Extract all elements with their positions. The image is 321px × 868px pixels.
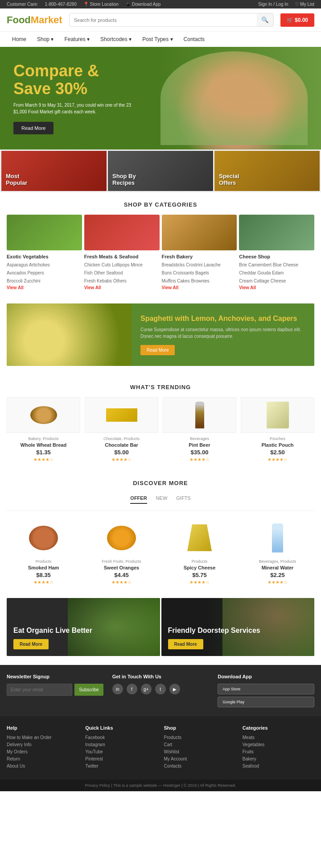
social-icon-twitter[interactable]: t [155, 684, 166, 694]
discover-image-cheese[interactable] [163, 520, 236, 556]
product-category-beer: Beverages [163, 436, 236, 441]
search-button[interactable]: 🔍 [257, 13, 273, 26]
discover-image-oranges[interactable] [85, 520, 158, 556]
nav-features[interactable]: Features ▾ [59, 32, 95, 47]
product-price-chocolate: $5.00 [85, 449, 158, 456]
footer-link-return[interactable]: Return [7, 756, 78, 761]
trending-section-title: WHAT'S TRENDING [0, 375, 321, 397]
discover-price-water: $2.25 [241, 572, 314, 578]
category-item-cheese: Cheese Shop Brie Camembert Blue Cheese C… [239, 215, 314, 290]
tab-new[interactable]: NEW [156, 495, 168, 504]
category-item-bakery: Fresh Bakery Breadsticks Crostrini Lavac… [162, 215, 237, 290]
product-image-bread[interactable] [7, 397, 80, 433]
footer-link-vegetables[interactable]: Vegetables [243, 742, 314, 747]
contact-section: Get in Touch With Us in f g+ t ▶ [112, 674, 209, 694]
logo[interactable]: FoodMarket [7, 14, 62, 26]
footer-link-youtube[interactable]: YouTube [85, 749, 157, 754]
newsletter-subscribe-button[interactable]: Subscribe [74, 684, 103, 696]
footer-link-pinterest[interactable]: Pinterest [85, 756, 157, 761]
category-grid: Exotic Vegetables Asparagus Artichokes A… [0, 215, 321, 299]
discover-category-cheese: Products [163, 559, 236, 564]
discover-image-ham[interactable] [7, 520, 80, 556]
trending-products: Bakery, Products Whole Wheat Bread $1.35… [0, 397, 321, 471]
discover-section-title: DISCOVER MORE [0, 471, 321, 493]
google-play-button[interactable]: Google Play [218, 697, 314, 707]
nav-home[interactable]: Home [7, 32, 32, 47]
download-app-link[interactable]: 📱 Download App [125, 2, 160, 7]
footer-link-seafood[interactable]: Seafood [243, 764, 314, 768]
nav-shortcodes[interactable]: Shortcodes ▾ [95, 32, 137, 47]
category-item-vegetables: Exotic Vegetables Asparagus Artichokes A… [7, 215, 82, 290]
footer-link-bakery[interactable]: Bakery [243, 756, 314, 761]
tab-gifts[interactable]: GIFTS [176, 495, 190, 504]
promo-button-doorstep[interactable]: Read More [168, 639, 203, 649]
promo-title-organic: Eat Organic Live Better [13, 626, 92, 635]
view-all-cheese[interactable]: View All [239, 285, 314, 290]
footer-link-about[interactable]: About Us [7, 764, 78, 768]
hero-read-more-button[interactable]: Read More [13, 122, 54, 134]
category-image-meats[interactable] [84, 215, 160, 250]
sign-in-link[interactable]: Sign In / Log In [258, 2, 288, 7]
social-icon-facebook[interactable]: f [127, 684, 137, 694]
phone-link[interactable]: 1-800-467-8280 [45, 2, 77, 7]
footer-link-order[interactable]: How to Make an Order [7, 735, 78, 740]
category-image-cheese[interactable] [239, 215, 314, 250]
recipe-description: Curae Suspendisse at consectetur massa, … [140, 326, 305, 340]
footer-link-contacts[interactable]: Contacts [164, 764, 236, 768]
newsletter-form: Subscribe [7, 684, 103, 696]
feature-box-offers[interactable]: Special Offers [214, 151, 320, 191]
discover-tabs: OFFER NEW GIFTS [7, 493, 314, 511]
product-item-beer: Beverages Pint Beer $35.00 ★★★★☆ [163, 397, 236, 462]
recipe-content: Spaghetti with Lemon, Anchovies, and Cap… [132, 303, 314, 366]
cart-button[interactable]: 🛒 $0.00 [280, 13, 314, 27]
feature-box-popular[interactable]: Most Popular [1, 151, 107, 191]
search-input[interactable] [70, 13, 257, 26]
my-list-link[interactable]: ♡ My List [295, 2, 314, 7]
nav-contacts[interactable]: Contacts [178, 32, 210, 47]
product-name-chocolate: Chocolate Bar [85, 442, 158, 448]
social-icon-youtube[interactable]: ▶ [169, 684, 180, 694]
product-image-beer[interactable] [163, 397, 236, 433]
footer-link-delivery[interactable]: Delivery Info [7, 742, 78, 747]
view-all-bakery[interactable]: View All [162, 285, 237, 290]
social-icon-linkedin[interactable]: in [112, 684, 123, 694]
feature-box-recipes[interactable]: Shop By Recipes [108, 151, 213, 191]
nav-shop[interactable]: Shop ▾ [32, 32, 59, 47]
discover-price-cheese: $5.75 [163, 572, 236, 578]
nav-post-types[interactable]: Post Types ▾ [137, 32, 178, 47]
discover-name-oranges: Sweet Oranges [85, 565, 158, 570]
newsletter-input[interactable] [7, 684, 72, 696]
product-item-chocolate: Chocolate, Products Chocolate Bar $5.00 … [85, 397, 158, 462]
footer-link-products[interactable]: Products [164, 735, 236, 740]
footer-link-orders[interactable]: My Orders [7, 749, 78, 754]
view-all-meats[interactable]: View All [84, 285, 160, 290]
footer-link-facebook[interactable]: Facebook [85, 735, 157, 740]
category-image-bakery[interactable] [162, 215, 237, 250]
product-name-bread: Whole Wheat Bread [7, 442, 80, 448]
product-name-beer: Pint Beer [163, 442, 236, 448]
categories-section-title: SHOP BY CATEGORIES [0, 192, 321, 215]
footer-link-instagram[interactable]: Instagram [85, 742, 157, 747]
tab-offer[interactable]: OFFER [130, 495, 147, 504]
discover-image-water[interactable] [241, 520, 314, 556]
product-name-pouch: Plastic Pouch [241, 442, 314, 448]
promo-button-organic[interactable]: Read More [13, 639, 49, 649]
footer-link-twitter[interactable]: Twitter [85, 764, 157, 768]
category-image-vegetables[interactable] [7, 215, 82, 250]
product-image-chocolate[interactable] [85, 397, 158, 433]
header: FoodMarket 🔍 🛒 $0.00 [0, 8, 321, 31]
view-all-vegetables[interactable]: View All [7, 285, 82, 290]
social-icon-google[interactable]: g+ [141, 684, 152, 694]
product-image-pouch[interactable] [241, 397, 314, 433]
orange-shape [107, 526, 136, 550]
footer-link-fruits[interactable]: Fruits [243, 749, 314, 754]
footer-link-meats[interactable]: Meats [243, 735, 314, 740]
footer-link-account[interactable]: My Account [164, 756, 236, 761]
download-section: Download App App Store Google Play [218, 674, 314, 707]
store-location-link[interactable]: 📍 Store Location [83, 2, 119, 7]
discover-stars-cheese: ★★★★☆ [163, 580, 236, 585]
app-store-button[interactable]: App Store [218, 684, 314, 694]
footer-link-wishlist[interactable]: Wishlist [164, 749, 236, 754]
recipe-read-more-button[interactable]: Read More [140, 345, 175, 355]
footer-link-cart[interactable]: Cart [164, 742, 236, 747]
